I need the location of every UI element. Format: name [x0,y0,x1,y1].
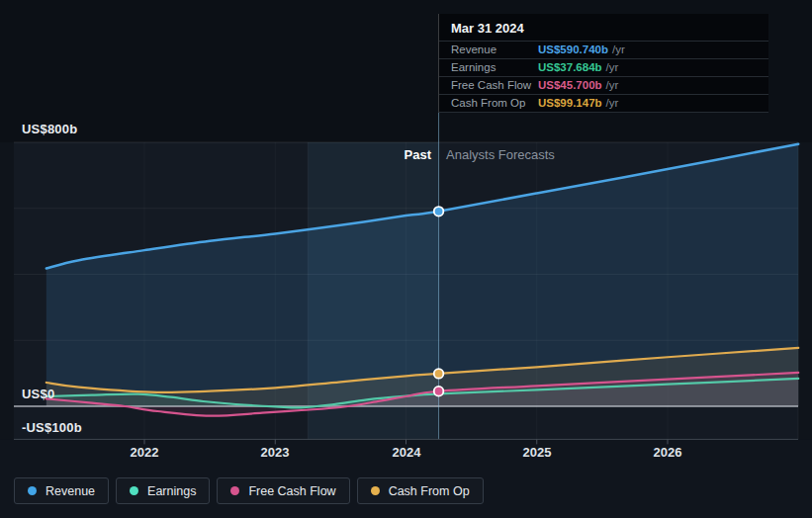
past-label: Past [0,147,431,162]
tooltip-unit: /yr [606,79,619,91]
tooltip-row-revenue: Revenue US$590.740b /yr [439,41,768,58]
legend-label: Free Cash Flow [248,484,335,498]
tooltip-value: US$37.684b [538,61,602,73]
tooltip-label: Free Cash Flow [451,79,538,91]
revenue-dot-icon [28,486,37,495]
analysts-forecasts-label: Analysts Forecasts [446,147,555,162]
tooltip-value: US$99.147b [538,97,602,109]
chart-tooltip: Mar 31 2024 Revenue US$590.740b /yr Earn… [438,14,768,113]
legend-item-cash-from-op[interactable]: Cash From Op [357,477,484,504]
y-axis-label-neg100b: -US$100b [22,420,82,435]
tooltip-unit: /yr [612,43,625,55]
free-cash-flow-dot-icon [230,486,239,495]
legend-item-revenue[interactable]: Revenue [14,477,109,504]
legend-label: Revenue [45,484,95,498]
legend-label: Cash From Op [389,484,470,498]
x-tick-2024: 2024 [393,445,421,460]
y-axis-label-800b: US$800b [22,122,77,136]
tooltip-label: Cash From Op [451,97,538,109]
cash-from-op-dot-icon [371,486,380,495]
tooltip-date: Mar 31 2024 [439,14,768,41]
legend-label: Earnings [147,484,196,498]
legend-item-earnings[interactable]: Earnings [116,477,210,504]
y-axis-label-zero: US$0 [22,387,54,401]
earnings-revenue-growth-chart: US$800b US$0 -US$100b 2022 2023 2024 202… [0,0,812,518]
tooltip-unit: /yr [606,97,619,109]
tooltip-label: Revenue [451,43,538,55]
tooltip-label: Earnings [451,61,538,73]
tooltip-value: US$45.700b [538,79,602,91]
tooltip-row-free-cash-flow: Free Cash Flow US$45.700b /yr [439,76,768,94]
tooltip-value: US$590.740b [538,43,608,55]
tooltip-unit: /yr [606,61,619,73]
earnings-dot-icon [130,486,138,495]
legend-item-free-cash-flow[interactable]: Free Cash Flow [217,477,349,504]
x-tick-2025: 2025 [523,445,552,460]
x-tick-2022: 2022 [131,445,159,460]
x-tick-2026: 2026 [654,445,682,460]
chart-legend: Revenue Earnings Free Cash Flow Cash Fro… [14,477,484,504]
x-tick-2023: 2023 [261,445,290,460]
tooltip-row-earnings: Earnings US$37.684b /yr [439,58,768,76]
tooltip-row-cash-from-op: Cash From Op US$99.147b /yr [439,94,768,112]
